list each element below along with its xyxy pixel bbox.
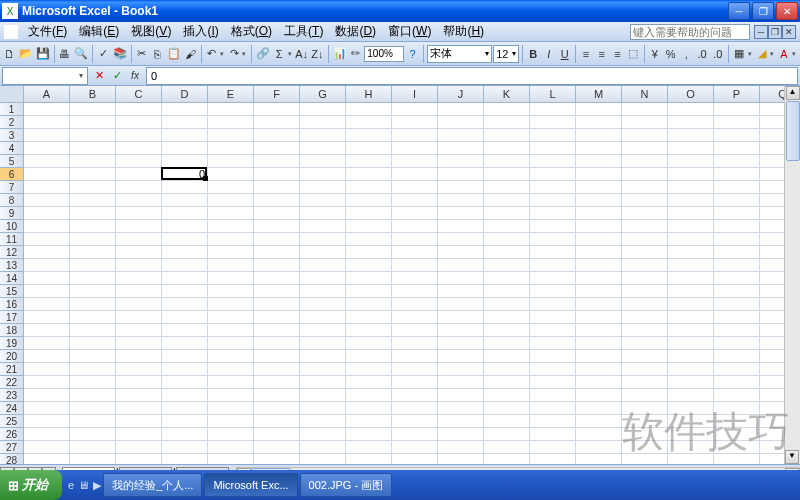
cell-D10[interactable] [162, 220, 208, 233]
fill-color-icon[interactable]: ◢ [754, 44, 769, 64]
cell-H8[interactable] [346, 194, 392, 207]
cell-N5[interactable] [622, 155, 668, 168]
cell-K26[interactable] [484, 428, 530, 441]
cell-K12[interactable] [484, 246, 530, 259]
cell-A8[interactable] [24, 194, 70, 207]
cell-I16[interactable] [392, 298, 438, 311]
cell-L13[interactable] [530, 259, 576, 272]
cell-J12[interactable] [438, 246, 484, 259]
cell-F23[interactable] [254, 389, 300, 402]
row-header-1[interactable]: 1 [0, 103, 24, 116]
cell-L28[interactable] [530, 454, 576, 464]
cell-H22[interactable] [346, 376, 392, 389]
cell-O13[interactable] [668, 259, 714, 272]
cell-F26[interactable] [254, 428, 300, 441]
cell-D16[interactable] [162, 298, 208, 311]
cell-C7[interactable] [116, 181, 162, 194]
align-left-icon[interactable]: ≡ [579, 44, 594, 64]
column-header-B[interactable]: B [70, 86, 116, 103]
cell-H25[interactable] [346, 415, 392, 428]
cell-G16[interactable] [300, 298, 346, 311]
cell-I19[interactable] [392, 337, 438, 350]
cell-E26[interactable] [208, 428, 254, 441]
document-control-icon[interactable] [4, 25, 18, 39]
cell-D28[interactable] [162, 454, 208, 464]
save-icon[interactable]: 💾 [35, 44, 51, 64]
cell-B18[interactable] [70, 324, 116, 337]
cell-G15[interactable] [300, 285, 346, 298]
cell-O1[interactable] [668, 103, 714, 116]
row-header-18[interactable]: 18 [0, 324, 24, 337]
cell-P20[interactable] [714, 350, 760, 363]
cell-O24[interactable] [668, 402, 714, 415]
cell-A20[interactable] [24, 350, 70, 363]
open-icon[interactable]: 📂 [18, 44, 34, 64]
minimize-button[interactable]: ─ [728, 2, 750, 20]
cell-G10[interactable] [300, 220, 346, 233]
cell-G26[interactable] [300, 428, 346, 441]
row-header-5[interactable]: 5 [0, 155, 24, 168]
cell-F25[interactable] [254, 415, 300, 428]
cell-H3[interactable] [346, 129, 392, 142]
cell-O18[interactable] [668, 324, 714, 337]
underline-button[interactable]: U [557, 44, 572, 64]
cell-F7[interactable] [254, 181, 300, 194]
cell-D26[interactable] [162, 428, 208, 441]
cell-L17[interactable] [530, 311, 576, 324]
row-header-6[interactable]: 6 [0, 168, 24, 181]
cell-C1[interactable] [116, 103, 162, 116]
cell-L5[interactable] [530, 155, 576, 168]
cell-A22[interactable] [24, 376, 70, 389]
cell-H21[interactable] [346, 363, 392, 376]
cell-K28[interactable] [484, 454, 530, 464]
cell-F20[interactable] [254, 350, 300, 363]
cell-J18[interactable] [438, 324, 484, 337]
cell-K4[interactable] [484, 142, 530, 155]
cell-N21[interactable] [622, 363, 668, 376]
cell-E9[interactable] [208, 207, 254, 220]
cell-D11[interactable] [162, 233, 208, 246]
cell-O21[interactable] [668, 363, 714, 376]
cell-E15[interactable] [208, 285, 254, 298]
cell-P3[interactable] [714, 129, 760, 142]
row-header-2[interactable]: 2 [0, 116, 24, 129]
cell-P22[interactable] [714, 376, 760, 389]
cell-C5[interactable] [116, 155, 162, 168]
sort-asc-icon[interactable]: A↓ [294, 44, 309, 64]
column-header-M[interactable]: M [576, 86, 622, 103]
cell-P6[interactable] [714, 168, 760, 181]
cell-E25[interactable] [208, 415, 254, 428]
currency-icon[interactable]: ¥ [647, 44, 662, 64]
new-icon[interactable]: 🗋 [2, 44, 17, 64]
taskbar-item-0[interactable]: 我的经验_个人... [103, 473, 202, 497]
cell-P11[interactable] [714, 233, 760, 246]
cell-N24[interactable] [622, 402, 668, 415]
cell-F6[interactable] [254, 168, 300, 181]
cell-M20[interactable] [576, 350, 622, 363]
cell-O17[interactable] [668, 311, 714, 324]
cell-B14[interactable] [70, 272, 116, 285]
row-header-27[interactable]: 27 [0, 441, 24, 454]
cell-A19[interactable] [24, 337, 70, 350]
font-size-select[interactable]: 12▾ [493, 45, 519, 63]
cell-G22[interactable] [300, 376, 346, 389]
cell-I1[interactable] [392, 103, 438, 116]
cell-E8[interactable] [208, 194, 254, 207]
cell-D5[interactable] [162, 155, 208, 168]
cut-icon[interactable]: ✂ [134, 44, 149, 64]
cell-K25[interactable] [484, 415, 530, 428]
increase-decimal-icon[interactable]: .0 [695, 44, 710, 64]
cell-D7[interactable] [162, 181, 208, 194]
row-header-25[interactable]: 25 [0, 415, 24, 428]
cell-D20[interactable] [162, 350, 208, 363]
cell-C24[interactable] [116, 402, 162, 415]
cell-L18[interactable] [530, 324, 576, 337]
cell-M12[interactable] [576, 246, 622, 259]
cell-K3[interactable] [484, 129, 530, 142]
cell-M14[interactable] [576, 272, 622, 285]
cell-N26[interactable] [622, 428, 668, 441]
cell-A24[interactable] [24, 402, 70, 415]
cell-G17[interactable] [300, 311, 346, 324]
cell-M19[interactable] [576, 337, 622, 350]
cell-D1[interactable] [162, 103, 208, 116]
